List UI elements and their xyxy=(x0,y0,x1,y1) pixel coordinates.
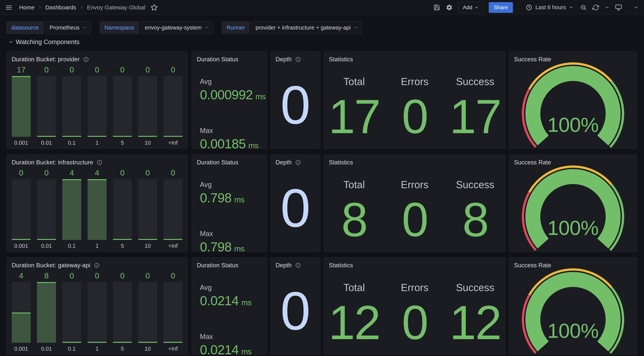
zoom-out-time-button[interactable] xyxy=(580,4,587,11)
gauge-value: 100% xyxy=(509,319,637,342)
save-dashboard-button[interactable] xyxy=(434,4,440,11)
bar-x-label: 1 xyxy=(88,343,106,352)
bar-track xyxy=(62,76,81,137)
bar-x-label: 10 xyxy=(138,240,157,249)
refresh-button[interactable] xyxy=(592,4,599,11)
bar-x-label: 5 xyxy=(113,240,132,249)
histogram-column[interactable]: 01 xyxy=(88,65,106,146)
stat-total: Total 8 xyxy=(324,166,384,252)
bar-x-label: 0.1 xyxy=(62,240,81,249)
favorite-button[interactable] xyxy=(150,4,158,11)
histogram-column[interactable]: 00.001 xyxy=(12,168,31,249)
histogram-column[interactable]: 0+Inf xyxy=(164,271,182,352)
kiosk-mode-button[interactable] xyxy=(615,4,622,11)
section-title: Watching Components xyxy=(16,38,80,46)
stat-label: Errors xyxy=(401,76,428,87)
panel-title[interactable]: Duration Bucket: infrastructure xyxy=(12,159,93,166)
max-value: 0.798ms xyxy=(200,239,263,254)
stat-value: 0 xyxy=(402,195,428,245)
panel-depth: Depth 0 xyxy=(270,154,320,252)
histogram-column[interactable]: 010 xyxy=(138,271,157,352)
panel-title[interactable]: Duration Status xyxy=(197,56,238,63)
chevron-right-icon xyxy=(38,6,42,10)
variable-label: Runner xyxy=(222,21,250,34)
bar-fill xyxy=(138,136,157,137)
bar-x-label: 0.1 xyxy=(62,343,81,352)
histogram-column[interactable]: 05 xyxy=(113,65,132,146)
histogram-column[interactable]: 170.001 xyxy=(12,65,31,146)
histogram-column[interactable]: 00.01 xyxy=(37,65,56,146)
info-icon[interactable] xyxy=(96,160,102,165)
avg-value: 0.000992ms xyxy=(200,87,263,102)
histogram-column[interactable]: 40.001 xyxy=(12,271,31,352)
panel-title[interactable]: Duration Bucket: gateway-api xyxy=(12,262,90,269)
gauge-value: 100% xyxy=(509,216,637,240)
bar-x-label: 1 xyxy=(88,240,106,249)
datasource-value: Prometheus xyxy=(50,24,80,31)
info-icon[interactable] xyxy=(94,262,100,268)
histogram-column[interactable]: 010 xyxy=(138,168,157,249)
histogram-column[interactable]: 80.01 xyxy=(37,271,56,352)
panel-title[interactable]: Statistics xyxy=(329,159,353,166)
histogram-column[interactable]: 01 xyxy=(88,271,106,352)
histogram-column[interactable]: 0+Inf xyxy=(164,65,182,146)
variable-datasource: datasource Prometheus xyxy=(6,21,91,34)
chevron-down-icon xyxy=(634,5,639,10)
histogram-column[interactable]: 010 xyxy=(138,65,157,146)
panel-header: Duration Status xyxy=(192,52,267,64)
bar-fill xyxy=(164,136,182,137)
bar-value-label: 0 xyxy=(113,168,132,178)
chevron-down-icon xyxy=(8,40,14,44)
bar-fill xyxy=(138,239,157,240)
panel-title[interactable]: Duration Bucket: provider xyxy=(12,56,80,63)
stat-label: Total xyxy=(344,282,365,293)
refresh-interval-button[interactable] xyxy=(605,5,609,10)
panel-title[interactable]: Statistics xyxy=(329,262,353,269)
share-button[interactable]: Share xyxy=(489,2,513,13)
panel-header: Statistics xyxy=(324,258,506,270)
bar-fill xyxy=(37,239,56,240)
breadcrumb-dashboards[interactable]: Dashboards xyxy=(45,4,76,11)
namespace-select[interactable]: envoy-gateway-system xyxy=(140,21,213,34)
panel-title[interactable]: Statistics xyxy=(329,56,353,63)
stat-errors: Errors 0 xyxy=(384,166,445,252)
histogram-column[interactable]: 0+Inf xyxy=(164,168,182,249)
bar-track xyxy=(37,76,56,137)
bar-value-label: 0 xyxy=(138,271,157,280)
bar-value-label: 0 xyxy=(113,271,132,280)
dashboard-settings-button[interactable] xyxy=(446,4,453,11)
bar-track xyxy=(138,282,157,343)
histogram-column[interactable]: 05 xyxy=(113,271,132,352)
bar-fill xyxy=(138,342,157,343)
unit-label: ms xyxy=(234,195,244,204)
breadcrumb-home[interactable]: Home xyxy=(19,4,34,11)
histogram-column[interactable]: 00.1 xyxy=(62,271,81,352)
datasource-select[interactable]: Prometheus xyxy=(45,21,91,34)
chevron-down-icon xyxy=(474,5,478,10)
panel-duration-bucket-provider: Duration Bucket: provider 170.00100.0100… xyxy=(6,51,188,149)
runner-select[interactable]: provider + infrastructure + gateway-api xyxy=(251,21,362,34)
row-watching-components[interactable]: Watching Components xyxy=(8,38,80,46)
panel-title[interactable]: Duration Status xyxy=(197,262,238,269)
bar-track xyxy=(12,76,31,137)
time-range-picker[interactable]: Last 6 hours xyxy=(524,4,574,11)
stat-label: Success xyxy=(456,76,494,87)
chevron-right-icon xyxy=(80,6,84,10)
histogram-column[interactable]: 41 xyxy=(88,168,106,249)
panel-success-rate: Success Rate 100% xyxy=(509,154,637,252)
stat-label: Total xyxy=(344,179,365,190)
histogram-column[interactable]: 00.01 xyxy=(37,168,56,249)
info-icon[interactable] xyxy=(83,56,89,62)
bar-track xyxy=(88,282,106,343)
max-label: Max xyxy=(200,332,263,341)
collapse-toolbar-button[interactable] xyxy=(634,5,639,10)
histogram-column[interactable]: 05 xyxy=(113,168,132,249)
panel-title[interactable]: Duration Status xyxy=(197,159,238,166)
histogram-column[interactable]: 00.1 xyxy=(62,65,81,146)
stat-total: Total 17 xyxy=(324,64,384,149)
menu-button[interactable] xyxy=(5,4,12,11)
add-button[interactable]: Add xyxy=(458,2,483,13)
histogram-column[interactable]: 40.1 xyxy=(62,168,81,249)
gear-icon xyxy=(446,4,453,11)
variable-namespace: Namespace envoy-gateway-system xyxy=(100,21,213,34)
